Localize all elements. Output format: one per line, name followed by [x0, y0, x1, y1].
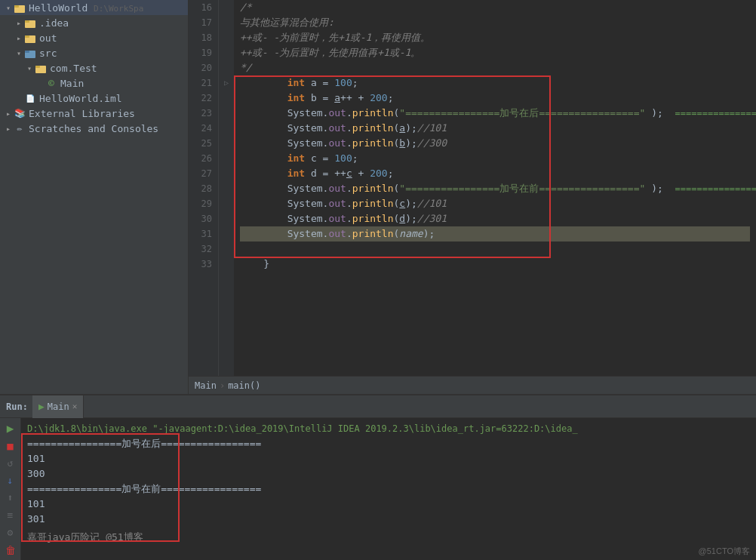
code-line-27: int d = ++c + 200;: [240, 166, 750, 181]
sidebar-item-src[interactable]: src: [0, 45, 188, 60]
tree-arrow-src: [14, 48, 24, 58]
run-tab-main[interactable]: ▶ Main ✕: [32, 395, 84, 418]
run-play-button[interactable]: ▶: [2, 421, 19, 435]
code-line-32: [240, 242, 750, 257]
svg-rect-1: [14, 5, 19, 8]
run-tab-label: Main: [48, 402, 69, 412]
code-line-17: 与其他运算混合使用:: [240, 15, 750, 30]
tree-arrow-out: [14, 32, 24, 43]
svg-rect-3: [25, 20, 29, 23]
run-tab-close[interactable]: ✕: [72, 402, 78, 411]
sidebar-src-label: src: [39, 48, 57, 59]
run-rerun-button[interactable]: ↺: [2, 456, 19, 470]
run-output-cmd: D:\jdk1.8\bin\java.exe "-javaagent:D:\id…: [27, 421, 750, 436]
line-num-17: 17: [201, 15, 212, 30]
tree-arrow-idea: [14, 17, 24, 28]
code-line-28: System.out.println("================加号在前…: [240, 181, 750, 196]
run-body: ▶ ■ ↺ ↓ ⬆ ≡ ⚙ 🗑 D:\jdk1.8\bin\java.exe "…: [0, 418, 756, 560]
run-settings-button[interactable]: ⚙: [2, 525, 19, 540]
idea-folder-icon: [24, 17, 36, 29]
run-output-line-6: 301: [27, 512, 750, 527]
svg-rect-5: [25, 35, 29, 38]
run-output-line-4: ================加号在前=================: [27, 482, 750, 497]
code-line-25: System.out.println(b);//300: [240, 136, 750, 151]
line-num-18: 18: [201, 30, 212, 45]
code-line-33: }: [240, 257, 750, 272]
sidebar-item-main[interactable]: © Main: [0, 75, 188, 91]
sidebar-item-ext-libs[interactable]: 📚 External Libraries: [0, 106, 188, 121]
line-num-24: 24: [201, 121, 212, 136]
run-stop-button[interactable]: ■: [2, 438, 19, 453]
run-clear-button[interactable]: 🗑: [2, 543, 19, 557]
code-line-16: /*: [240, 0, 750, 15]
sidebar-item-scratches[interactable]: ✏️ Scratches and Consoles: [0, 121, 188, 136]
tree-arrow-com-test: [24, 63, 35, 73]
watermark: @51CTO博客: [699, 546, 750, 557]
run-output-line-1: ================加号在后=================: [27, 436, 750, 451]
code-line-26: int c = 100;: [240, 151, 750, 166]
sidebar: HelloWorld D:\WorkSpa .idea out src: [0, 0, 189, 394]
run-header: Run: ▶ Main ✕: [0, 395, 756, 418]
tree-arrow-main: [35, 78, 45, 88]
run-output-line-5: 101: [27, 497, 750, 512]
line-num-31: 31: [201, 226, 212, 242]
line-num-16: 16: [201, 0, 212, 15]
line-num-21: 21: [201, 75, 212, 91]
run-toolbar: ▶ ■ ↺ ↓ ⬆ ≡ ⚙ 🗑: [0, 418, 21, 560]
line-numbers: 16 17 18 19 20 21 22 23 24 25 26 27 28 2…: [189, 0, 219, 376]
line-num-27: 27: [201, 166, 212, 181]
sidebar-ext-libs-label: External Libraries: [29, 108, 135, 119]
breadcrumb-sep: ›: [220, 380, 225, 391]
breadcrumb-file: Main: [195, 380, 217, 391]
run-export-button[interactable]: ⬆: [2, 491, 19, 505]
svg-rect-9: [35, 66, 40, 68]
tree-arrow-scratches: [3, 123, 14, 134]
code-line-31: System.out.println(name);: [240, 226, 750, 242]
code-line-30: System.out.println(d);//301: [240, 211, 750, 226]
sidebar-item-com-test[interactable]: com.Test: [0, 60, 188, 75]
sidebar-out-label: out: [39, 32, 57, 44]
line-num-23: 23: [201, 106, 212, 121]
iml-icon: 📄: [24, 92, 36, 104]
run-output-author: 嘉哥java历险记 @51博客: [27, 530, 750, 545]
line-num-33: 33: [201, 257, 212, 272]
sidebar-main-label: Main: [60, 78, 84, 89]
sidebar-iml-label: HelloWorld.iml: [39, 93, 122, 104]
gutter-21: ▷: [224, 75, 229, 91]
line-num-30: 30: [201, 211, 212, 226]
line-num-29: 29: [201, 196, 212, 211]
code-line-23: System.out.println("================加号在后…: [240, 106, 750, 121]
tree-arrow-iml: [14, 93, 24, 103]
sidebar-com-test-label: com.Test: [50, 63, 97, 74]
svg-rect-7: [25, 51, 29, 53]
code-line-22: int b = a++ + 200;: [240, 91, 750, 106]
package-folder-icon: [35, 62, 47, 74]
line-num-22: 22: [201, 91, 212, 106]
sidebar-idea-label: .idea: [39, 17, 69, 29]
code-line-29: System.out.println(c);//101: [240, 196, 750, 211]
run-output-line-2: 101: [27, 451, 750, 466]
code-line-20: */: [240, 60, 750, 75]
line-num-25: 25: [201, 136, 212, 151]
line-num-19: 19: [201, 45, 212, 60]
folder-icon: [14, 2, 26, 14]
run-label: Run:: [6, 402, 28, 412]
sidebar-helloworld-label: HelloWorld D:\WorkSpa: [29, 2, 143, 14]
run-output: D:\jdk1.8\bin\java.exe "-javaagent:D:\id…: [21, 418, 756, 560]
code-line-21: int a = 100;: [240, 75, 750, 91]
run-wrap-button[interactable]: ≡: [2, 508, 19, 522]
line-num-28: 28: [201, 181, 212, 196]
sidebar-item-idea[interactable]: .idea: [0, 15, 188, 30]
sidebar-item-out[interactable]: out: [0, 30, 188, 45]
sidebar-item-iml[interactable]: 📄 HelloWorld.iml: [0, 91, 188, 106]
code-area[interactable]: /* 与其他运算混合使用: ++或- -为前置时，先+1或-1，再使用值。 ++…: [234, 0, 756, 376]
sidebar-item-helloworld[interactable]: HelloWorld D:\WorkSpa: [0, 0, 188, 15]
main-area: HelloWorld D:\WorkSpa .idea out src: [0, 0, 756, 394]
run-panel: Run: ▶ Main ✕ ▶ ■ ↺ ↓ ⬆ ≡ ⚙ 🗑 D:\jdk1.8\…: [0, 394, 756, 560]
code-line-18: ++或- -为前置时，先+1或-1，再使用值。: [240, 30, 750, 45]
tree-arrow-helloworld: [3, 2, 14, 13]
run-scroll-button[interactable]: ↓: [2, 473, 19, 488]
editor-content[interactable]: 16 17 18 19 20 21 22 23 24 25 26 27 28 2…: [189, 0, 756, 376]
run-tab-icon: ▶: [38, 401, 45, 412]
breadcrumb: Main › main(): [189, 376, 756, 394]
